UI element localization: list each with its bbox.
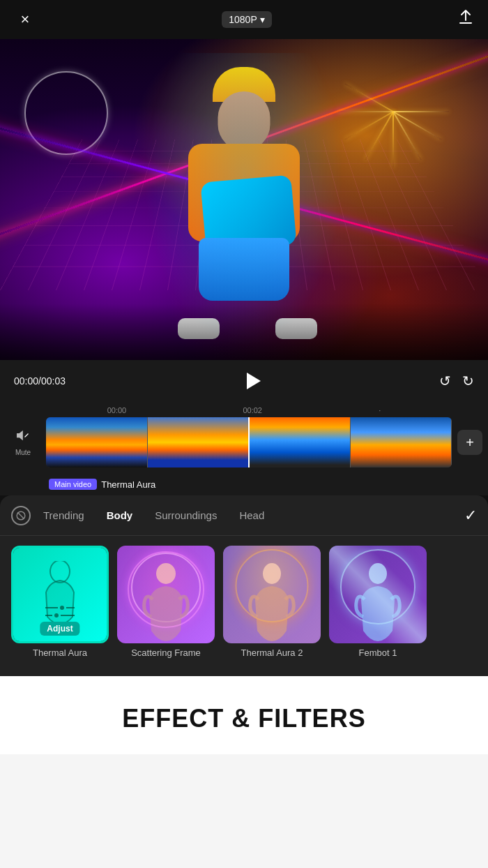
effect-chip: Main video Thermal Aura <box>49 479 155 490</box>
effect-grid: Adjust <box>0 536 488 668</box>
bottom-title: EFFECT & FILTERS <box>14 704 474 733</box>
bottom-gradient <box>0 304 488 360</box>
effect-label-fembot-1: Fembot 1 <box>359 648 397 658</box>
timeline-track: Mute + <box>0 417 488 467</box>
resolution-selector[interactable]: 1080P ▾ <box>222 11 271 28</box>
play-button[interactable] <box>240 368 265 394</box>
tab-head[interactable]: Head <box>229 505 274 525</box>
effect-item-thermal-aura-2[interactable]: Thermal Aura 2 <box>223 546 321 658</box>
timeline-ruler: 00:00 00:02 · <box>0 406 488 417</box>
neon-circle-decoration <box>24 71 108 155</box>
category-tabs: Trending Body Surroundings Head ✓ <box>0 495 488 536</box>
mute-icon <box>16 428 30 446</box>
effect-thumb-fembot-1 <box>329 546 427 643</box>
effect-panel: Trending Body Surroundings Head ✓ <box>0 495 488 676</box>
main-video-tag: Main video <box>49 479 97 490</box>
effect-label-scattering-frame: Scattering Frame <box>131 648 201 658</box>
strip-thumb-1 <box>46 417 148 467</box>
strip-thumb-3 <box>249 417 351 467</box>
effect-label-thermal-aura: Thermal Aura <box>33 648 87 658</box>
bottom-section: EFFECT & FILTERS <box>0 676 488 754</box>
effect-thumb-thermal-aura-2 <box>223 546 321 643</box>
controls-right: ↺ ↻ <box>439 373 474 389</box>
mute-label: Mute <box>15 449 31 456</box>
time-marker-0: 00:00 <box>107 406 127 414</box>
video-preview <box>0 39 488 360</box>
controls-bar: 00:00/00:03 ↺ ↻ <box>0 360 488 402</box>
export-button[interactable] <box>457 9 474 30</box>
playhead <box>248 417 250 467</box>
play-icon <box>247 373 261 389</box>
timeline-area: 00:00 00:02 · Mute <box>0 402 488 474</box>
svg-line-2 <box>17 512 24 518</box>
adjust-label: Adjust <box>40 622 79 636</box>
fembot-halo <box>340 549 415 624</box>
tab-surroundings[interactable]: Surroundings <box>145 505 227 525</box>
effect-label-area: Main video Thermal Aura <box>0 474 488 495</box>
tab-trending[interactable]: Trending <box>33 505 94 525</box>
effect-label-thermal-aura-2: Thermal Aura 2 <box>241 648 303 658</box>
close-button[interactable]: × <box>14 8 36 31</box>
effect-item-thermal-aura[interactable]: Adjust <box>11 546 109 658</box>
thermal2-halo <box>236 549 309 622</box>
time-display: 00:00/00:03 <box>14 375 66 387</box>
star-burst-decoration <box>337 55 449 167</box>
add-clip-button[interactable]: + <box>457 430 482 455</box>
video-strip[interactable] <box>46 417 452 467</box>
time-marker-2: 00:02 <box>243 406 262 414</box>
confirm-button[interactable]: ✓ <box>464 507 477 525</box>
sliders-decoration <box>45 606 75 618</box>
effect-item-fembot-1[interactable]: Fembot 1 <box>329 546 427 658</box>
time-marker-dot: · <box>379 406 381 414</box>
svg-point-3 <box>50 561 70 583</box>
effect-item-scattering-frame[interactable]: Scattering Frame <box>117 546 215 658</box>
tab-body[interactable]: Body <box>97 505 143 525</box>
phone-container: × 1080P ▾ <box>0 0 488 676</box>
effect-thumb-thermal-aura: Adjust <box>11 546 109 643</box>
strip-thumb-4 <box>351 417 452 467</box>
effect-name-tag: Thermal Aura <box>101 479 155 490</box>
undo-button[interactable]: ↺ <box>439 373 451 389</box>
strip-thumb-2 <box>148 417 250 467</box>
svg-line-0 <box>25 434 29 437</box>
no-effect-button[interactable] <box>11 506 31 525</box>
top-bar: × 1080P ▾ <box>0 0 488 39</box>
effect-thumb-scattering-frame <box>117 546 215 643</box>
redo-button[interactable]: ↻ <box>462 373 474 389</box>
scatter-outer-halo <box>128 551 204 628</box>
mute-button[interactable]: Mute <box>6 428 40 456</box>
